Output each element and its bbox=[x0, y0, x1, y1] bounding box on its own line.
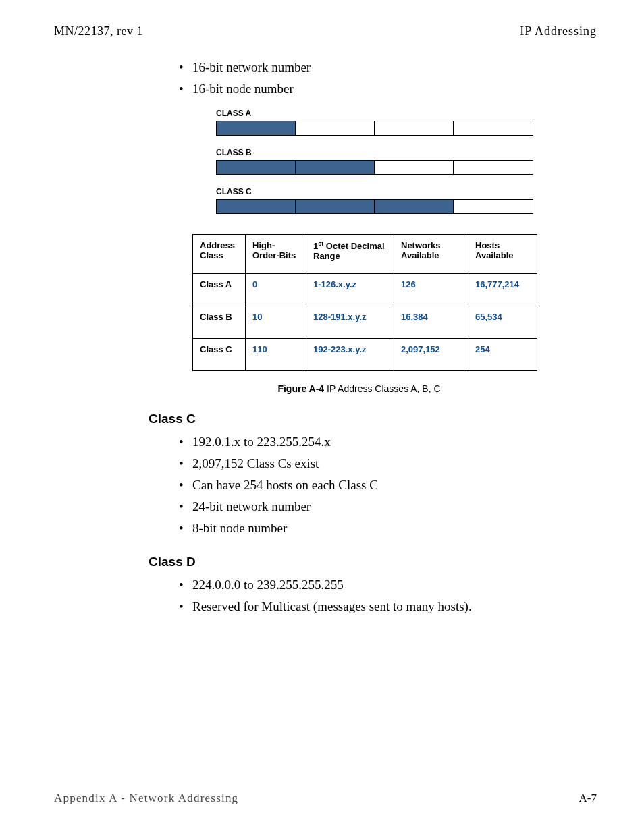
table-cell: 254 bbox=[468, 339, 537, 371]
section-heading-class-d: Class D bbox=[149, 555, 597, 570]
diagram-bar-c bbox=[216, 199, 533, 214]
list-item: 16-bit node number bbox=[179, 82, 597, 96]
table-cell: 110 bbox=[246, 339, 306, 371]
table-cell: Class A bbox=[193, 274, 246, 306]
diagram-segment bbox=[375, 121, 454, 135]
page-footer: Appendix A - Network Addressing A-7 bbox=[54, 792, 597, 805]
page-header: MN/22137, rev 1 IP Addressing bbox=[54, 24, 597, 38]
table-cell: 16,777,214 bbox=[468, 274, 537, 306]
header-left: MN/22137, rev 1 bbox=[54, 24, 143, 38]
table-cell: Class B bbox=[193, 306, 246, 339]
diagram-segment bbox=[375, 161, 454, 174]
caption-text: IP Address Classes A, B, C bbox=[324, 383, 440, 394]
diagram-segment bbox=[296, 121, 375, 135]
footer-left: Appendix A - Network Addressing bbox=[54, 792, 238, 805]
diagram-segment bbox=[217, 161, 296, 174]
figure-caption: Figure A-4 IP Address Classes A, B, C bbox=[122, 383, 597, 394]
diagram-segment bbox=[217, 121, 296, 135]
superscript: st bbox=[318, 240, 323, 247]
diagram-segment bbox=[454, 121, 533, 135]
table-cell: 65,534 bbox=[468, 306, 537, 339]
diagram-label: CLASS C bbox=[216, 187, 533, 196]
diagram-bar-b bbox=[216, 160, 533, 175]
diagram-segment bbox=[217, 200, 296, 213]
list-item: 224.0.0.0 to 239.255.255.255 bbox=[179, 578, 597, 592]
header-right: IP Addressing bbox=[520, 24, 597, 38]
list-item: Reserved for Multicast (messages sent to… bbox=[179, 599, 597, 614]
table-cell: 16,384 bbox=[394, 306, 468, 339]
diagram-segment bbox=[454, 161, 533, 174]
table-header: High-Order-Bits bbox=[246, 235, 306, 274]
list-item: 16-bit network number bbox=[179, 60, 597, 75]
class-d-list: 224.0.0.0 to 239.255.255.255 Reserved fo… bbox=[179, 578, 597, 614]
diagram-label: CLASS A bbox=[216, 109, 533, 118]
table-header: Address Class bbox=[193, 235, 246, 274]
diagram-segment bbox=[454, 200, 533, 213]
list-item: 24-bit network number bbox=[179, 499, 597, 514]
diagram-label: CLASS B bbox=[216, 148, 533, 157]
table-row: Class A 0 1-126.x.y.z 126 16,777,214 bbox=[193, 274, 537, 306]
top-bullet-list: 16-bit network number 16-bit node number bbox=[179, 60, 597, 96]
table-cell: 1-126.x.y.z bbox=[306, 274, 394, 306]
address-class-table: Address Class High-Order-Bits 1st Octet … bbox=[192, 234, 537, 371]
table-cell: 2,097,152 bbox=[394, 339, 468, 371]
table-cell: 0 bbox=[246, 274, 306, 306]
table-header: 1st Octet Decimal Range bbox=[306, 235, 394, 274]
class-c-list: 192.0.1.x to 223.255.254.x 2,097,152 Cla… bbox=[179, 435, 597, 536]
table-cell: 192-223.x.y.z bbox=[306, 339, 394, 371]
section-heading-class-c: Class C bbox=[149, 412, 597, 426]
table-cell: Class C bbox=[193, 339, 246, 371]
list-item: 2,097,152 Class Cs exist bbox=[179, 456, 597, 471]
diagram-segment bbox=[296, 200, 375, 213]
table-header: Hosts Available bbox=[468, 235, 537, 274]
table-cell: 128-191.x.y.z bbox=[306, 306, 394, 339]
table-header: Networks Available bbox=[394, 235, 468, 274]
footer-right: A-7 bbox=[579, 792, 597, 805]
table-cell: 10 bbox=[246, 306, 306, 339]
list-item: Can have 254 hosts on each Class C bbox=[179, 478, 597, 493]
list-item: 192.0.1.x to 223.255.254.x bbox=[179, 435, 597, 449]
list-item: 8-bit node number bbox=[179, 521, 597, 536]
diagram-segment bbox=[375, 200, 454, 213]
table-row: Class C 110 192-223.x.y.z 2,097,152 254 bbox=[193, 339, 537, 371]
diagram-bar-a bbox=[216, 121, 533, 136]
diagram-segment bbox=[296, 161, 375, 174]
class-diagram: CLASS A CLASS B CLASS C bbox=[216, 109, 533, 214]
table-cell: 126 bbox=[394, 274, 468, 306]
caption-label: Figure A-4 bbox=[277, 383, 324, 394]
table-row: Class B 10 128-191.x.y.z 16,384 65,534 bbox=[193, 306, 537, 339]
